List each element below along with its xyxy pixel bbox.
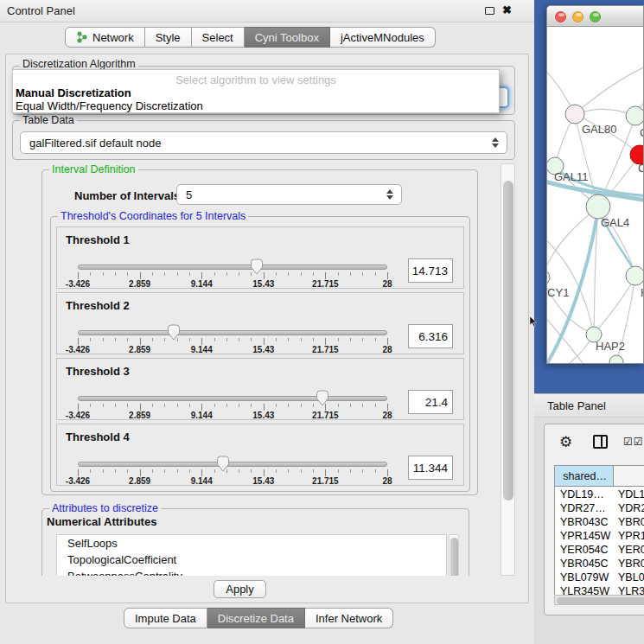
threshold-3-panel: Threshold 3 -3.426 2.859 9.144 15.43 21.… [56,358,464,420]
list-item-selfloops[interactable]: SelfLoops [57,535,446,552]
popup-placeholder-item[interactable]: Select algorithm to view settings [13,73,499,86]
cell: YBL079W [560,571,609,583]
tab-discretize-data[interactable]: Discretize Data [207,608,305,628]
threshold-1-slider-track[interactable] [78,265,387,270]
mouse-cursor [529,315,538,325]
popup-item-manual-discretization[interactable]: Manual Discretization [16,86,131,99]
node-label-clipped-h: H [641,286,644,299]
thresholds-group: Threshold's Coordinates for 5 Intervals … [50,216,470,492]
node-gal80[interactable] [565,105,584,124]
tab-network[interactable]: Network [65,27,145,48]
window-close-button[interactable] [555,11,566,22]
tab-style[interactable]: Style [145,27,192,48]
column-header-name[interactable]: n… [614,466,644,487]
table-data-group-title: Table Data [20,114,77,126]
threshold-1-scale-labels: -3.426 2.859 9.144 15.43 21.715 28 [78,279,387,290]
window-zoom-button[interactable] [590,11,601,22]
table-row[interactable]: YER054CYER0… [555,544,644,558]
settings-scrollbar-thumb[interactable] [503,181,513,501]
list-item-betweennesscentrality[interactable]: BetweennessCentrality [57,568,446,576]
table-row[interactable]: YBR043CYBR0… [555,516,644,530]
network-window-titlebar[interactable] [547,6,643,27]
table-row[interactable]: YLR345WYLR3… [555,585,644,595]
split-columns-icon[interactable] [593,435,608,449]
scale-label: 15.43 [252,345,274,354]
number-of-intervals-label: Number of Intervals [74,189,180,202]
cell: YBR045C [560,558,609,570]
scale-label: 15.43 [252,411,274,420]
apply-button-label: Apply [226,583,254,596]
attributes-list-scrollbar[interactable] [449,534,459,576]
table-row[interactable]: YBL079WYBL0… [555,571,644,585]
node-top-right[interactable] [626,106,644,125]
node-gal4[interactable] [586,194,610,219]
tab-impute-data[interactable]: Impute Data [124,608,207,628]
algorithm-dropdown-popup: Select algorithm to view settings Manual… [12,69,500,113]
popup-item-equal-width-frequency[interactable]: Equal Width/Frequency Discretization [16,99,203,112]
column-header-shared-name[interactable]: shared… [555,466,614,487]
threshold-2-value-input[interactable] [408,324,453,348]
numerical-attributes-label: Numerical Attributes [47,515,156,528]
tab-impute-data-label: Impute Data [135,612,196,625]
settings-scrollbar[interactable] [501,163,515,576]
scale-label: 28 [382,476,392,486]
threshold-1-value-input[interactable] [408,258,453,283]
node-right-mid[interactable] [626,266,644,285]
threshold-2-panel: Threshold 2 -3.426 2.859 9.144 15.43 21.… [56,292,464,354]
close-icon[interactable]: ✖ [502,3,512,16]
table-row[interactable]: YPR145WYPR1… [555,530,644,544]
node-label-clipped-c: C [638,162,644,175]
threshold-4-scale-labels: -3.426 2.859 9.144 15.43 21.715 28 [78,476,387,487]
list-item-topologicalcoefficient[interactable]: TopologicalCoefficient [57,552,446,568]
node-label-gcy1: GCY1 [547,286,569,299]
network-canvas[interactable]: GAL80 G C GAL11 GAL4 GCY1 H HAP2 [547,27,644,364]
window-minimize-button[interactable] [572,11,583,22]
threshold-3-slider-track[interactable] [78,396,387,401]
threshold-2-slider-track[interactable] [78,330,387,335]
table-horizontal-scrollbar-thumb[interactable] [557,597,644,604]
scale-label: -3.426 [66,279,90,289]
node-gcy1[interactable] [547,270,550,285]
scale-label: -3.426 [66,411,90,420]
threshold-4-value-input[interactable] [408,456,453,480]
attributes-list-scrollbar-thumb[interactable] [450,538,458,576]
select-columns-checkboxes-icon[interactable]: ☑☑ [623,436,644,448]
gear-icon[interactable]: ⚙ [559,433,572,451]
table-row[interactable]: YBR045CYBR0… [555,558,644,571]
threshold-4-panel: Threshold 4 -3.426 2.859 9.144 15.43 21.… [56,424,464,486]
cell: YLR3… [618,585,644,595]
interval-definition-group: Interval Definition Number of Intervals … [41,169,478,495]
tab-infer-network[interactable]: Infer Network [305,608,393,628]
threshold-3-value-input[interactable] [408,390,453,414]
float-window-icon[interactable] [485,7,494,15]
scale-label: 2.859 [129,411,150,420]
table-row[interactable]: YDL19…YDL1… [555,488,644,502]
table-panel-inner: ⚙ ☑☑ shared… n… YDL19…YDL1… YDR27…YDR2… … [544,424,644,615]
threshold-3-scale-labels: -3.426 2.859 9.144 15.43 21.715 28 [78,411,387,421]
tab-select[interactable]: Select [192,27,245,48]
apply-button[interactable]: Apply [214,580,266,598]
table-data-combobox[interactable]: galFiltered.sif default node [20,131,507,154]
attributes-group: Attributes to discretize Numerical Attri… [41,508,469,576]
table-horizontal-scrollbar[interactable] [554,595,644,605]
tab-network-label: Network [92,31,134,44]
tab-cyni-toolbox[interactable]: Cyni Toolbox [245,27,330,48]
number-of-intervals-combobox[interactable]: 5 [176,184,402,205]
top-tab-bar: Network Style Select Cyni Toolbox jActiv… [65,27,436,48]
cell: YBL0… [618,571,644,583]
scale-label: 9.144 [191,279,213,289]
tab-select-label: Select [202,31,233,44]
scale-label: 15.43 [252,279,274,289]
control-panel-titlebar: Control Panel ✖ [0,0,534,22]
tab-jactivemnodules[interactable]: jActiveMNodules [330,27,436,48]
tab-infer-network-label: Infer Network [316,612,382,625]
table-data-group: Table Data galFiltered.sif default node [12,120,515,160]
scale-label: 21.715 [312,279,339,289]
node-bottom[interactable] [609,355,623,364]
cell: YBR0… [618,558,644,570]
table-row[interactable]: YDR27…YDR2… [555,502,644,516]
threshold-4-slider-track[interactable] [78,462,387,467]
panel-title: Control Panel [7,4,75,17]
tab-style-label: Style [156,31,181,44]
threshold-2-scale-labels: -3.426 2.859 9.144 15.43 21.715 28 [78,345,387,355]
